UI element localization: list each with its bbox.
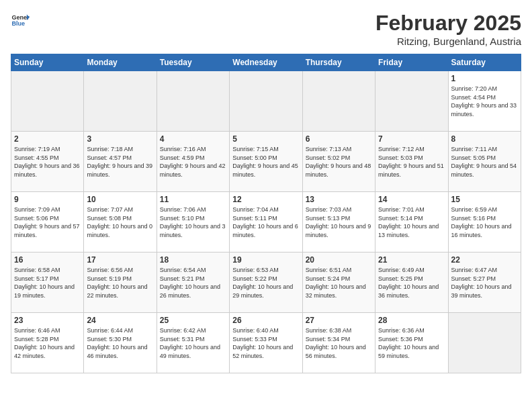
day-number: 10 bbox=[87, 195, 153, 204]
calendar-title: February 2025 bbox=[375, 11, 521, 36]
day-number: 7 bbox=[378, 134, 445, 144]
calendar-cell: 23Sunrise: 6:46 AM Sunset: 5:28 PM Dayli… bbox=[11, 313, 84, 373]
calendar-cell: 27Sunrise: 6:38 AM Sunset: 5:34 PM Dayli… bbox=[302, 313, 375, 373]
day-info: Sunrise: 6:36 AM Sunset: 5:36 PM Dayligh… bbox=[378, 326, 445, 360]
day-number: 22 bbox=[451, 255, 518, 265]
calendar-cell: 26Sunrise: 6:40 AM Sunset: 5:33 PM Dayli… bbox=[230, 313, 302, 373]
calendar-cell: 11Sunrise: 7:06 AM Sunset: 5:10 PM Dayli… bbox=[157, 192, 229, 253]
day-number: 28 bbox=[378, 316, 445, 325]
day-info: Sunrise: 6:51 AM Sunset: 5:24 PM Dayligh… bbox=[306, 266, 372, 300]
day-number: 1 bbox=[451, 74, 518, 83]
calendar-cell: 7Sunrise: 7:12 AM Sunset: 5:03 PM Daylig… bbox=[375, 132, 448, 192]
calendar-cell bbox=[84, 71, 157, 132]
calendar-cell: 5Sunrise: 7:15 AM Sunset: 5:00 PM Daylig… bbox=[230, 132, 302, 192]
calendar-cell: 24Sunrise: 6:44 AM Sunset: 5:30 PM Dayli… bbox=[84, 313, 157, 373]
day-info: Sunrise: 6:53 AM Sunset: 5:22 PM Dayligh… bbox=[232, 266, 299, 300]
calendar-cell: 16Sunrise: 6:58 AM Sunset: 5:17 PM Dayli… bbox=[11, 253, 84, 313]
calendar-cell: 3Sunrise: 7:18 AM Sunset: 4:57 PM Daylig… bbox=[84, 132, 157, 192]
day-info: Sunrise: 6:56 AM Sunset: 5:19 PM Dayligh… bbox=[87, 266, 153, 300]
day-info: Sunrise: 7:07 AM Sunset: 5:08 PM Dayligh… bbox=[87, 205, 153, 239]
col-monday: Monday bbox=[84, 54, 157, 71]
calendar-cell bbox=[11, 71, 84, 132]
calendar-cell: 25Sunrise: 6:42 AM Sunset: 5:31 PM Dayli… bbox=[157, 313, 229, 373]
col-saturday: Saturday bbox=[448, 54, 521, 71]
col-tuesday: Tuesday bbox=[157, 54, 229, 71]
calendar-cell: 1Sunrise: 7:20 AM Sunset: 4:54 PM Daylig… bbox=[448, 71, 521, 132]
calendar-subtitle: Ritzing, Burgenland, Austria bbox=[375, 36, 521, 47]
day-number: 27 bbox=[306, 316, 372, 325]
calendar-cell: 28Sunrise: 6:36 AM Sunset: 5:36 PM Dayli… bbox=[375, 313, 448, 373]
day-info: Sunrise: 6:40 AM Sunset: 5:33 PM Dayligh… bbox=[232, 326, 299, 360]
day-number: 26 bbox=[232, 316, 299, 325]
day-number: 11 bbox=[160, 195, 226, 204]
day-number: 13 bbox=[306, 195, 372, 204]
calendar-cell: 21Sunrise: 6:49 AM Sunset: 5:25 PM Dayli… bbox=[375, 253, 448, 313]
week-row-3: 16Sunrise: 6:58 AM Sunset: 5:17 PM Dayli… bbox=[11, 253, 521, 313]
day-number: 9 bbox=[14, 195, 81, 204]
calendar-cell: 22Sunrise: 6:47 AM Sunset: 5:27 PM Dayli… bbox=[448, 253, 521, 313]
calendar-cell: 18Sunrise: 6:54 AM Sunset: 5:21 PM Dayli… bbox=[157, 253, 229, 313]
day-info: Sunrise: 7:18 AM Sunset: 4:57 PM Dayligh… bbox=[87, 145, 153, 179]
calendar-cell: 15Sunrise: 6:59 AM Sunset: 5:16 PM Dayli… bbox=[448, 192, 521, 253]
day-number: 16 bbox=[14, 255, 81, 265]
day-number: 24 bbox=[87, 316, 153, 325]
calendar-cell: 8Sunrise: 7:11 AM Sunset: 5:05 PM Daylig… bbox=[448, 132, 521, 192]
day-number: 18 bbox=[160, 255, 226, 265]
day-info: Sunrise: 7:20 AM Sunset: 4:54 PM Dayligh… bbox=[451, 85, 518, 118]
day-number: 8 bbox=[451, 134, 518, 144]
day-info: Sunrise: 6:42 AM Sunset: 5:31 PM Dayligh… bbox=[160, 326, 226, 360]
day-number: 5 bbox=[232, 134, 299, 144]
day-info: Sunrise: 7:01 AM Sunset: 5:14 PM Dayligh… bbox=[378, 205, 445, 239]
svg-text:Blue: Blue bbox=[11, 20, 25, 27]
day-number: 3 bbox=[87, 134, 153, 144]
calendar-cell: 13Sunrise: 7:03 AM Sunset: 5:13 PM Dayli… bbox=[302, 192, 375, 253]
day-info: Sunrise: 6:49 AM Sunset: 5:25 PM Dayligh… bbox=[378, 266, 445, 300]
header: General Blue February 2025 Ritzing, Burg… bbox=[11, 11, 521, 47]
header-row: Sunday Monday Tuesday Wednesday Thursday… bbox=[11, 54, 521, 71]
day-info: Sunrise: 7:13 AM Sunset: 5:02 PM Dayligh… bbox=[306, 145, 372, 179]
day-info: Sunrise: 6:59 AM Sunset: 5:16 PM Dayligh… bbox=[451, 205, 518, 239]
day-info: Sunrise: 6:38 AM Sunset: 5:34 PM Dayligh… bbox=[306, 326, 372, 360]
day-number: 23 bbox=[14, 316, 81, 325]
calendar-cell: 2Sunrise: 7:19 AM Sunset: 4:55 PM Daylig… bbox=[11, 132, 84, 192]
day-info: Sunrise: 7:11 AM Sunset: 5:05 PM Dayligh… bbox=[451, 145, 518, 179]
day-number: 19 bbox=[232, 255, 299, 265]
day-number: 17 bbox=[87, 255, 153, 265]
calendar-cell bbox=[230, 71, 302, 132]
calendar-cell: 12Sunrise: 7:04 AM Sunset: 5:11 PM Dayli… bbox=[230, 192, 302, 253]
col-thursday: Thursday bbox=[302, 54, 375, 71]
day-info: Sunrise: 7:15 AM Sunset: 5:00 PM Dayligh… bbox=[232, 145, 299, 179]
day-number: 14 bbox=[378, 195, 445, 204]
day-info: Sunrise: 6:54 AM Sunset: 5:21 PM Dayligh… bbox=[160, 266, 226, 300]
week-row-1: 2Sunrise: 7:19 AM Sunset: 4:55 PM Daylig… bbox=[11, 132, 521, 192]
day-number: 6 bbox=[306, 134, 372, 144]
day-number: 20 bbox=[306, 255, 372, 265]
calendar-cell: 10Sunrise: 7:07 AM Sunset: 5:08 PM Dayli… bbox=[84, 192, 157, 253]
day-number: 12 bbox=[232, 195, 299, 204]
day-info: Sunrise: 6:46 AM Sunset: 5:28 PM Dayligh… bbox=[14, 326, 81, 360]
day-info: Sunrise: 7:06 AM Sunset: 5:10 PM Dayligh… bbox=[160, 205, 226, 239]
calendar-cell: 14Sunrise: 7:01 AM Sunset: 5:14 PM Dayli… bbox=[375, 192, 448, 253]
day-info: Sunrise: 7:04 AM Sunset: 5:11 PM Dayligh… bbox=[232, 205, 299, 239]
calendar-cell bbox=[157, 71, 229, 132]
day-info: Sunrise: 6:47 AM Sunset: 5:27 PM Dayligh… bbox=[451, 266, 518, 300]
calendar-cell: 20Sunrise: 6:51 AM Sunset: 5:24 PM Dayli… bbox=[302, 253, 375, 313]
week-row-2: 9Sunrise: 7:09 AM Sunset: 5:06 PM Daylig… bbox=[11, 192, 521, 253]
calendar-cell: 19Sunrise: 6:53 AM Sunset: 5:22 PM Dayli… bbox=[230, 253, 302, 313]
calendar-cell: 6Sunrise: 7:13 AM Sunset: 5:02 PM Daylig… bbox=[302, 132, 375, 192]
week-row-0: 1Sunrise: 7:20 AM Sunset: 4:54 PM Daylig… bbox=[11, 71, 521, 132]
calendar-cell bbox=[375, 71, 448, 132]
logo-icon: General Blue bbox=[11, 11, 30, 30]
day-info: Sunrise: 7:12 AM Sunset: 5:03 PM Dayligh… bbox=[378, 145, 445, 179]
day-info: Sunrise: 7:03 AM Sunset: 5:13 PM Dayligh… bbox=[306, 205, 372, 239]
col-friday: Friday bbox=[375, 54, 448, 71]
col-wednesday: Wednesday bbox=[230, 54, 302, 71]
day-info: Sunrise: 7:19 AM Sunset: 4:55 PM Dayligh… bbox=[14, 145, 81, 179]
title-area: February 2025 Ritzing, Burgenland, Austr… bbox=[375, 11, 521, 47]
day-number: 15 bbox=[451, 195, 518, 204]
week-row-4: 23Sunrise: 6:46 AM Sunset: 5:28 PM Dayli… bbox=[11, 313, 521, 373]
calendar-cell bbox=[448, 313, 521, 373]
calendar-cell: 9Sunrise: 7:09 AM Sunset: 5:06 PM Daylig… bbox=[11, 192, 84, 253]
calendar-table: Sunday Monday Tuesday Wednesday Thursday… bbox=[11, 54, 521, 373]
day-info: Sunrise: 6:58 AM Sunset: 5:17 PM Dayligh… bbox=[14, 266, 81, 300]
